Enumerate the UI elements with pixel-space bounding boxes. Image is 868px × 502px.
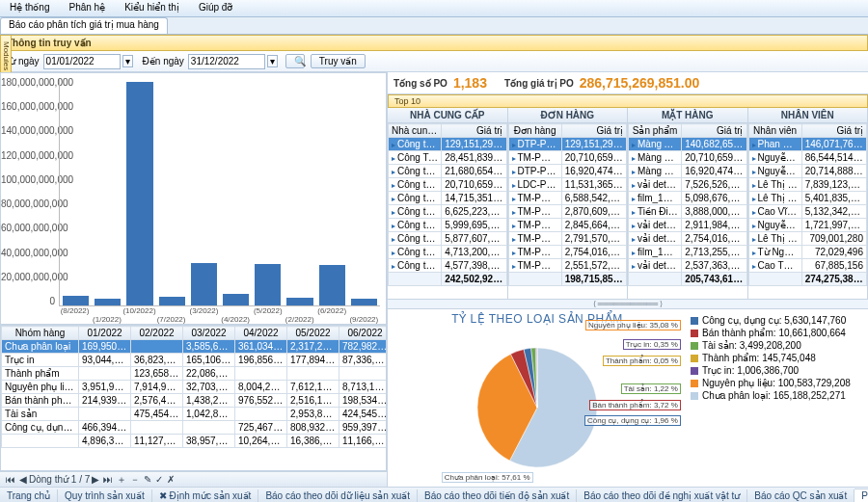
table-row[interactable]: ▸Công ty BNC5,877,607,638: [389, 232, 507, 246]
col-header[interactable]: Nhóm hàng: [2, 327, 79, 340]
table-row[interactable]: ▸LDC-PO…11,531,365,300: [508, 178, 627, 192]
pager-check-icon[interactable]: ✓: [155, 474, 163, 485]
col-header[interactable]: Giá trị: [682, 124, 746, 138]
group-grid-pager[interactable]: ⏮ ◀ Dòng thứ 1 / 7 ▶ ⏭ ＋ － ✎ ✓ ✗: [0, 471, 387, 487]
bar: [351, 299, 377, 305]
pager-edit-icon[interactable]: ✎: [144, 474, 151, 485]
table-row[interactable]: ▸TM-PO2…2,551,572,061: [508, 259, 627, 273]
bottom-tab[interactable]: ✖ Định mức sản xuất: [152, 489, 259, 502]
col-header[interactable]: Nhà cung cấp: [389, 124, 442, 138]
mini-grid[interactable]: Sản phẩmGiá trị▸Màng A…140,682,657,500▸M…: [628, 123, 748, 299]
table-row[interactable]: Bán thành phẩm214,939,9…2,576,484…1,438,…: [2, 394, 388, 408]
query-button[interactable]: Truy vấn: [311, 54, 366, 68]
col-header[interactable]: Đơn hàng: [508, 124, 561, 138]
table-row[interactable]: ▸Cao Vĩ T…5,132,342,697: [748, 205, 867, 219]
table-row[interactable]: ▸Công ty GrU4,713,200,570: [389, 246, 507, 259]
sidebar-modules-tab[interactable]: Modules: [0, 35, 12, 77]
mini-grid[interactable]: Nhà cung cấpGiá trị▸Công ty TN…129,151,2…: [388, 123, 508, 299]
bottom-tab[interactable]: Báo cáo theo dõi dữ liệu sản xuất: [258, 489, 418, 502]
table-row[interactable]: ▸vải det…2,911,984,648: [629, 219, 747, 232]
bottom-tab[interactable]: Báo cáo QC sản xuất: [747, 489, 854, 502]
from-date-dropdown-icon[interactable]: ▾: [122, 55, 133, 67]
table-row[interactable]: ▸film_14…5,098,676,315: [629, 192, 747, 205]
to-date-input[interactable]: [188, 54, 265, 69]
col-header[interactable]: 03/2022: [183, 327, 235, 340]
group-grid[interactable]: Nhóm hàng01/202202/202203/202204/202205/…: [0, 325, 387, 471]
bottom-tab[interactable]: Báo cáo theo dõi tiến độ sản xuất: [418, 489, 577, 502]
col-header[interactable]: Nhân viên: [748, 124, 801, 138]
table-row[interactable]: ▸Lê Thị C…709,001,280: [748, 232, 867, 246]
bottom-tab[interactable]: Phân tích giá trị mua hàng: [854, 489, 868, 502]
menu-item[interactable]: Giúp đỡ: [189, 0, 242, 16]
col-header[interactable]: Giá trị: [561, 124, 626, 138]
table-row[interactable]: ▸Lê Thị Ki…7,839,123,492: [748, 178, 867, 192]
table-row[interactable]: ▸TM-PO2…2,870,609,076: [508, 205, 627, 219]
pager-prev-icon[interactable]: ◀: [19, 474, 27, 485]
table-row[interactable]: ▸Công ty TH…4,577,398,079: [389, 259, 507, 273]
table-row[interactable]: ▸Từ Nguy…72,029,496: [748, 246, 867, 259]
mini-grid[interactable]: Đơn hàngGiá trị▸DTP-PO…129,151,292,200▸T…: [508, 123, 629, 299]
table-row[interactable]: ▸Phan Ki…146,071,766,200: [748, 138, 867, 151]
from-date-input[interactable]: [43, 54, 121, 69]
col-header[interactable]: 04/2022: [235, 327, 287, 340]
mini-grid[interactable]: Nhân viênGiá trị▸Phan Ki…146,071,766,200…: [748, 123, 869, 299]
table-row[interactable]: ▸Màng P…16,920,474,000: [629, 165, 747, 178]
table-row[interactable]: ▸Công ty TN…5,999,695,405: [389, 219, 507, 232]
table-row[interactable]: ▸Lê Thị T…5,401,835,495: [748, 192, 867, 205]
pager-first-icon[interactable]: ⏮: [6, 474, 15, 485]
col-header[interactable]: Giá trị: [801, 124, 866, 138]
col-header[interactable]: 02/2022: [131, 327, 183, 340]
bottom-tab[interactable]: Báo cáo theo dõi đề nghị xuất vật tư: [577, 489, 747, 502]
table-row[interactable]: ▸TM-PO…20,710,659,870: [508, 151, 627, 165]
bottom-tab[interactable]: Trang chủ: [0, 489, 58, 502]
table-row[interactable]: ▸Nguyễn …1,721,997,875: [748, 219, 867, 232]
table-row[interactable]: ▸Màng A…140,682,657,500: [629, 138, 747, 151]
table-row[interactable]: ▸film_18…2,713,255,714: [629, 246, 747, 259]
table-row[interactable]: ▸Công ty WER14,715,351,550: [389, 192, 507, 205]
table-row[interactable]: ▸Công ty DIC21,680,654,474: [389, 165, 507, 178]
menu-item[interactable]: Hệ thống: [0, 0, 59, 16]
total-row: 198,715,857,171: [508, 273, 627, 286]
pager-next-icon[interactable]: ▶: [92, 474, 99, 485]
table-row[interactable]: ▸TM-PO2…2,754,016,105: [508, 246, 627, 259]
table-row[interactable]: Thành phẩm123,658,4…22,086,58…: [2, 367, 388, 381]
table-row[interactable]: ▸Công ty TN…129,151,292,200: [389, 138, 507, 151]
table-row[interactable]: ▸Cao Thá…67,885,156: [748, 259, 867, 273]
pager-last-icon[interactable]: ⏭: [103, 474, 113, 485]
to-date-dropdown-icon[interactable]: ▾: [267, 55, 278, 67]
table-row[interactable]: Chưa phân loại169,950,0…3,585,685,…361,0…: [2, 340, 388, 354]
col-header[interactable]: 05/2022: [287, 327, 339, 340]
col-header[interactable]: 01/2022: [79, 327, 131, 340]
table-row[interactable]: ▸vải det…2,537,363,491: [629, 259, 747, 273]
table-row[interactable]: ▸vải det…7,526,526,728: [629, 178, 747, 192]
table-row[interactable]: ▸Công ty TN…6,625,223,316: [389, 205, 507, 219]
table-row[interactable]: ▸Công Ty TN…28,451,839,300: [389, 151, 507, 165]
table-row[interactable]: Tài sản475,454,5…1,042,826…2,953,841…424…: [2, 408, 388, 421]
search-icon[interactable]: 🔍: [285, 54, 305, 68]
col-header[interactable]: 06/2022: [339, 327, 388, 340]
table-row[interactable]: ▸TM-PO2…2,791,570,608: [508, 232, 627, 246]
table-row[interactable]: Trục in93,044,71…36,823,25…165,106,5…196…: [2, 354, 388, 367]
pager-cancel-icon[interactable]: ✗: [167, 474, 175, 485]
table-row[interactable]: ▸Màng P…20,710,659,870: [629, 151, 747, 165]
active-tab[interactable]: Báo cáo phân tích giá trị mua hàng: [0, 17, 168, 34]
table-row[interactable]: ▸TM-PO2…6,588,542,851: [508, 192, 627, 205]
table-row[interactable]: ▸vải det…2,754,016,105: [629, 232, 747, 246]
grid-scrollbar[interactable]: ⟨ ═══════════ ⟩: [388, 299, 868, 308]
menu-item[interactable]: Kiểu hiển thị: [115, 0, 189, 16]
col-header[interactable]: Sản phẩm: [629, 124, 682, 138]
table-row[interactable]: ▸Nguyễn …20,714,888,790: [748, 165, 867, 178]
table-row[interactable]: ▸DTP-PO…16,920,474,000: [508, 165, 627, 178]
table-row[interactable]: ▸Nguyễn …86,544,514,960: [748, 151, 867, 165]
pager-remove-icon[interactable]: －: [130, 473, 140, 487]
bottom-tab[interactable]: Quy trình sản xuất: [58, 489, 152, 502]
table-row[interactable]: ▸TM-POI…2,845,664,500: [508, 219, 627, 232]
pager-add-icon[interactable]: ＋: [117, 473, 126, 487]
table-row[interactable]: ▸Tiền Điện3,888,000,000: [629, 205, 747, 219]
table-row[interactable]: ▸Công ty TN…20,710,659,870: [389, 178, 507, 192]
table-row[interactable]: ▸DTP-PO…129,151,292,200: [508, 138, 627, 151]
table-row[interactable]: Nguyên phụ liệu3,951,996…7,914,968…32,70…: [2, 381, 388, 394]
col-header[interactable]: Giá trị: [442, 124, 506, 138]
table-row[interactable]: Công cụ, dụng cụ466,394,0…725,467,0…808,…: [2, 421, 388, 435]
menu-item[interactable]: Phân hệ: [59, 0, 115, 16]
